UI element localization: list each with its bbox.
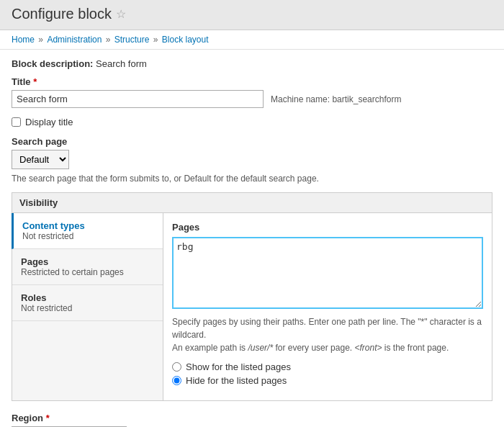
vis-tab-content-types-subtitle: Not restricted [22,231,154,241]
block-description-value: Search form [96,58,147,69]
region-section: Region * Sidebar first Sidebar second Co… [12,413,492,427]
search-page-help: The search page that the form submits to… [12,174,492,184]
pages-label: Pages [172,222,483,233]
display-title-checkbox[interactable] [12,117,21,127]
display-title-label[interactable]: Display title [25,117,73,127]
hide-pages-radio[interactable] [172,376,181,385]
star-icon[interactable]: ☆ [116,7,126,21]
block-description-label: Block description: [12,58,93,69]
title-row: Machine name: bartik_searchform [12,90,492,108]
vis-tab-pages-subtitle: Restricted to certain pages [21,267,154,277]
show-pages-radio-row: Show for the listed pages [172,361,483,372]
breadcrumb-block-layout[interactable]: Block layout [162,35,209,45]
title-label: Title * [12,76,492,87]
main-content: Block description: Search form Title * M… [0,50,504,427]
show-pages-label[interactable]: Show for the listed pages [186,361,291,372]
block-description: Block description: Search form [12,58,492,69]
visibility-title: Visibility [12,193,492,213]
region-label: Region * [12,413,492,423]
machine-name: Machine name: bartik_searchform [271,94,401,104]
breadcrumb-administration[interactable]: Administration [47,35,102,45]
hide-pages-radio-row: Hide for the listed pages [172,375,483,386]
visibility-pages-panel: Pages rbg Specify pages by using their p… [163,213,492,400]
display-title-row: Display title [12,117,492,127]
title-input[interactable] [12,90,264,108]
hide-pages-label[interactable]: Hide for the listed pages [186,375,287,386]
breadcrumb: Home » Administration » Structure » Bloc… [0,30,504,50]
vis-tab-content-types-title: Content types [22,220,154,231]
pages-textarea[interactable]: rbg [172,237,483,309]
breadcrumb-home[interactable]: Home [12,35,35,45]
visibility-layout: Content types Not restricted Pages Restr… [12,213,492,400]
visibility-section: Visibility Content types Not restricted … [12,192,492,401]
page-header: Configure block ☆ [0,0,504,30]
title-form-group: Title * Machine name: bartik_searchform [12,76,492,108]
vis-tab-roles-title: Roles [21,292,154,303]
visibility-sidebar: Content types Not restricted Pages Restr… [12,213,163,400]
vis-tab-roles-subtitle: Not restricted [21,303,154,313]
pages-help: Specify pages by using their paths. Ente… [172,315,483,354]
search-page-group: Search page Default [12,136,492,169]
search-page-select[interactable]: Default [12,150,69,169]
show-pages-radio[interactable] [172,362,181,372]
breadcrumb-structure[interactable]: Structure [114,35,150,45]
page-title-text: Configure block [12,6,112,22]
vis-tab-content-types[interactable]: Content types Not restricted [12,213,163,249]
search-page-label: Search page [12,136,492,147]
page-title: Configure block ☆ [12,6,492,22]
vis-tab-pages-title: Pages [21,256,154,267]
region-required: * [46,413,50,423]
vis-tab-pages[interactable]: Pages Restricted to certain pages [12,249,163,285]
title-required: * [33,76,37,87]
vis-tab-roles[interactable]: Roles Not restricted [12,285,163,321]
